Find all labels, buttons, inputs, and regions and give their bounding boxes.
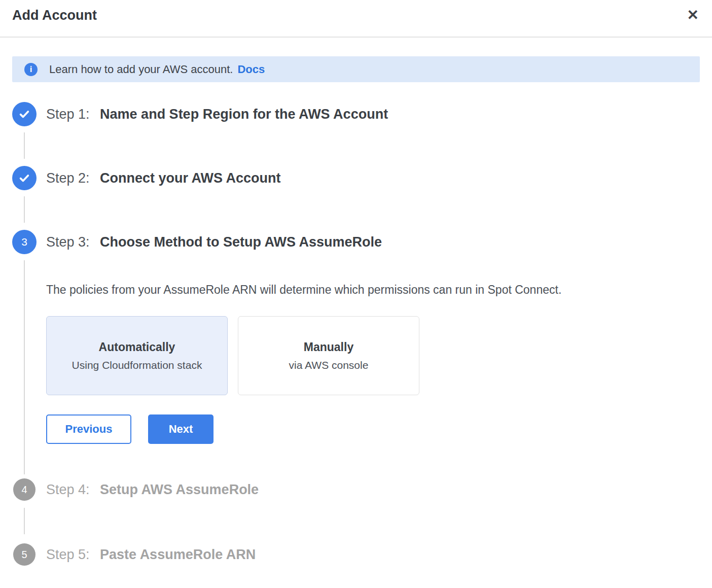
step-5-circle: 5 xyxy=(13,543,35,566)
step-4-title: Setup AWS AssumeRole xyxy=(100,482,259,497)
step-4-number: 4 xyxy=(21,484,27,496)
step-1-header[interactable]: Step 1: Name and Step Region for the AWS… xyxy=(12,102,700,126)
step-connector xyxy=(24,508,25,534)
method-card-manually[interactable]: Manually via AWS console xyxy=(238,316,419,395)
step-3-circle: 3 xyxy=(12,230,37,254)
add-account-modal: Add Account ✕ i Learn how to add your AW… xyxy=(0,0,712,566)
method-cards: Automatically Using Cloudformation stack… xyxy=(46,316,700,395)
step-4-circle: 4 xyxy=(13,478,35,501)
step-3-text: Step 3: Choose Method to Setup AWS Assum… xyxy=(46,234,382,250)
step-2-header[interactable]: Step 2: Connect your AWS Account xyxy=(12,166,700,190)
method-card-subtitle: Using Cloudformation stack xyxy=(72,359,202,371)
info-banner: i Learn how to add your AWS account. Doc… xyxy=(12,56,700,82)
step-1-title: Name and Step Region for the AWS Account xyxy=(100,107,388,122)
info-icon: i xyxy=(24,63,38,76)
method-card-title: Automatically xyxy=(99,340,175,354)
step-4-header: 4 Step 4: Setup AWS AssumeRole xyxy=(12,478,700,501)
step-3-number: 3 xyxy=(21,236,27,248)
step-4-badge: 4 xyxy=(12,478,37,501)
banner-text: Learn how to add your AWS account. xyxy=(49,63,233,76)
previous-button[interactable]: Previous xyxy=(46,414,131,444)
step-1-label: Step 1: xyxy=(46,107,90,122)
step-2-text: Step 2: Connect your AWS Account xyxy=(46,170,281,186)
step-connector xyxy=(24,196,25,223)
method-card-subtitle: via AWS console xyxy=(289,359,369,371)
step-3-rail xyxy=(12,260,37,478)
page-title: Add Account xyxy=(12,7,97,23)
step-3-label: Step 3: xyxy=(46,234,90,250)
step-4-text: Step 4: Setup AWS AssumeRole xyxy=(46,482,259,498)
close-icon[interactable]: ✕ xyxy=(687,8,699,22)
step-5-header: 5 Step 5: Paste AssumeRole ARN xyxy=(12,543,700,566)
method-card-title: Manually xyxy=(304,340,353,354)
step-5-badge: 5 xyxy=(12,543,37,566)
method-card-automatically[interactable]: Automatically Using Cloudformation stack xyxy=(46,316,228,395)
step-4-label: Step 4: xyxy=(46,482,90,497)
step-2-circle xyxy=(12,166,37,190)
docs-link[interactable]: Docs xyxy=(237,63,265,76)
wizard-buttons: Previous Next xyxy=(46,414,700,444)
step-5-label: Step 5: xyxy=(46,547,90,562)
step-5-number: 5 xyxy=(21,549,27,561)
step-1-circle xyxy=(12,102,37,126)
step-1-text: Step 1: Name and Step Region for the AWS… xyxy=(46,107,388,122)
step-connector xyxy=(24,260,25,474)
check-icon xyxy=(18,171,31,185)
step-1-badge xyxy=(12,102,37,126)
step-3-section: The policies from your AssumeRole ARN wi… xyxy=(12,260,700,478)
step-2-title: Connect your AWS Account xyxy=(100,170,281,186)
next-button[interactable]: Next xyxy=(148,414,213,444)
step-3-title: Choose Method to Setup AWS AssumeRole xyxy=(100,234,382,250)
step-3-body: The policies from your AssumeRole ARN wi… xyxy=(46,260,700,478)
step-3-header[interactable]: 3 Step 3: Choose Method to Setup AWS Ass… xyxy=(12,230,700,254)
step-5-text: Step 5: Paste AssumeRole ARN xyxy=(46,547,256,563)
check-icon xyxy=(18,108,31,121)
step-2-badge xyxy=(12,166,37,190)
step-connector xyxy=(24,132,25,159)
modal-content: i Learn how to add your AWS account. Doc… xyxy=(0,56,712,566)
step-3-description: The policies from your AssumeRole ARN wi… xyxy=(46,283,700,297)
step-5-title: Paste AssumeRole ARN xyxy=(100,547,256,562)
modal-header: Add Account ✕ xyxy=(0,0,712,38)
step-2-label: Step 2: xyxy=(46,170,90,186)
step-3-badge: 3 xyxy=(12,230,37,254)
